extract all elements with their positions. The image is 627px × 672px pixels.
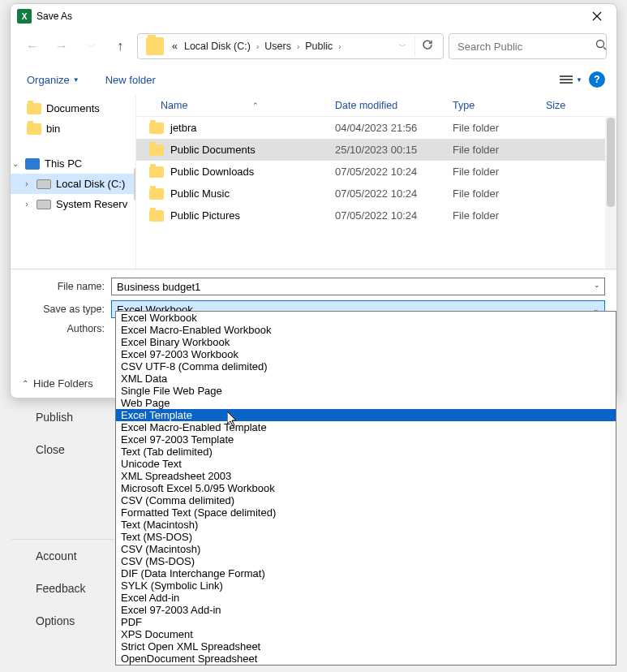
view-menu-button[interactable]: ▼ xyxy=(560,69,582,90)
file-row[interactable]: Public Documents25/10/2023 00:15File fol… xyxy=(136,139,616,161)
type-option[interactable]: Single File Web Page xyxy=(116,385,616,397)
up-button[interactable]: ↑ xyxy=(108,34,132,58)
breadcrumb-1[interactable]: Users xyxy=(261,39,294,54)
forward-button[interactable]: → xyxy=(49,34,74,58)
file-name: Public Downloads xyxy=(170,166,254,178)
nav-tree: Documents bin ⌄ This PC › Local Disk (C:… xyxy=(11,95,136,269)
tree-item-bin[interactable]: bin xyxy=(11,118,135,139)
search-box[interactable] xyxy=(449,33,607,59)
address-history-dropdown[interactable]: ﹀ xyxy=(394,41,411,52)
type-option[interactable]: Excel Add-in xyxy=(116,592,616,604)
authors-label: Authors: xyxy=(22,323,111,334)
hide-folders-button[interactable]: ⌃ Hide Folders xyxy=(22,377,93,390)
type-option[interactable]: Excel 97-2003 Workbook xyxy=(116,348,616,360)
file-type: File folder xyxy=(453,209,546,222)
col-header-name[interactable]: Name ⌃ xyxy=(136,100,335,111)
save-as-type-dropdown-list[interactable]: Excel WorkbookExcel Macro-Enabled Workbo… xyxy=(115,311,616,666)
close-button[interactable] xyxy=(581,5,613,28)
file-row[interactable]: Public Downloads07/05/2022 10:24File fol… xyxy=(136,161,616,183)
search-icon xyxy=(595,39,607,54)
tree-item-documents[interactable]: Documents xyxy=(11,98,135,118)
expander-icon[interactable]: ⌄ xyxy=(11,159,20,168)
file-date: 07/05/2022 10:24 xyxy=(335,187,453,200)
type-option[interactable]: Excel Macro-Enabled Template xyxy=(116,421,616,433)
type-option[interactable]: OpenDocument Spreadsheet xyxy=(116,653,616,665)
scrollbar-thumb[interactable] xyxy=(607,118,615,207)
type-option[interactable]: XML Data xyxy=(116,373,616,385)
type-option[interactable]: Microsoft Excel 5.0/95 Workbook xyxy=(116,482,616,494)
tree-item-this-pc[interactable]: ⌄ This PC xyxy=(11,153,135,174)
sort-indicator-icon: ⌃ xyxy=(252,101,259,110)
file-name: Public Pictures xyxy=(170,209,240,222)
refresh-button[interactable] xyxy=(414,36,440,57)
breadcrumb-0[interactable]: Local Disk (C:) xyxy=(181,39,254,54)
type-option[interactable]: CSV UTF-8 (Comma delimited) xyxy=(116,360,616,373)
drive-icon xyxy=(37,179,51,189)
svg-point-0 xyxy=(597,41,604,48)
tree-item-local-disk[interactable]: › Local Disk (C:) xyxy=(11,174,135,194)
chevron-right-icon[interactable]: › xyxy=(294,42,302,51)
help-button[interactable]: ? xyxy=(589,71,605,88)
breadcrumb-prefix: « xyxy=(169,39,181,54)
type-option[interactable]: Text (Tab delimited) xyxy=(116,446,616,458)
type-option[interactable]: Web Page xyxy=(116,397,616,409)
file-row[interactable]: jetbra04/04/2023 21:56File folder xyxy=(136,117,616,139)
type-option[interactable]: Text (Macintosh) xyxy=(116,519,616,531)
chevron-right-icon[interactable]: › xyxy=(336,42,343,51)
column-headers: Name ⌃ Date modified Type Size xyxy=(136,95,616,117)
folder-icon xyxy=(149,210,164,222)
address-bar[interactable]: « Local Disk (C:) › Users › Public › ﹀ xyxy=(137,33,444,59)
type-option[interactable]: Excel Binary Workbook xyxy=(116,336,616,348)
tree-item-system-reserved[interactable]: › System Reserv xyxy=(11,194,135,214)
chevron-down-icon[interactable]: ⌄ xyxy=(594,281,600,289)
new-folder-button[interactable]: New folder xyxy=(101,71,161,89)
type-option[interactable]: Excel 97-2003 Add-in xyxy=(116,604,616,616)
file-pane-scrollbar[interactable] xyxy=(605,116,616,269)
breadcrumb-2[interactable]: Public xyxy=(302,39,336,54)
recent-dropdown[interactable]: ﹀ xyxy=(79,34,103,58)
file-row[interactable]: Public Pictures07/05/2022 10:24File fold… xyxy=(136,205,616,226)
file-name-input[interactable] xyxy=(111,278,605,295)
file-type: File folder xyxy=(453,187,546,200)
type-option[interactable]: Excel Template xyxy=(116,409,616,421)
folder-icon xyxy=(149,123,164,134)
file-type: File folder xyxy=(453,122,546,134)
type-option[interactable]: XML Spreadsheet 2003 xyxy=(116,470,616,482)
col-header-date[interactable]: Date modified xyxy=(335,100,453,111)
file-name-label: File name: xyxy=(22,281,111,292)
type-option[interactable]: CSV (Macintosh) xyxy=(116,543,616,555)
type-option[interactable]: Unicode Text xyxy=(116,458,616,470)
organize-button[interactable]: Organize▼ xyxy=(22,71,84,89)
expander-icon[interactable]: › xyxy=(22,200,32,209)
pc-icon xyxy=(25,158,40,170)
type-option[interactable]: CSV (Comma delimited) xyxy=(116,494,616,506)
file-date: 04/04/2023 21:56 xyxy=(335,122,453,134)
search-input[interactable] xyxy=(456,40,595,54)
type-option[interactable]: Excel Workbook xyxy=(116,312,616,324)
type-option[interactable]: Strict Open XML Spreadsheet xyxy=(116,640,616,653)
expander-icon[interactable]: › xyxy=(22,179,32,188)
excel-icon: X xyxy=(17,9,32,24)
type-option[interactable]: DIF (Data Interchange Format) xyxy=(116,567,616,579)
type-option[interactable]: CSV (MS-DOS) xyxy=(116,555,616,567)
type-option[interactable]: XPS Document xyxy=(116,628,616,640)
file-name: Public Music xyxy=(170,187,230,200)
chevron-right-icon[interactable]: › xyxy=(254,42,261,51)
file-row[interactable]: Public Music07/05/2022 10:24File folder xyxy=(136,183,616,205)
file-type: File folder xyxy=(453,166,546,178)
col-header-size[interactable]: Size xyxy=(546,100,616,111)
type-option[interactable]: Excel 97-2003 Template xyxy=(116,433,616,446)
type-option[interactable]: Excel Macro-Enabled Workbook xyxy=(116,324,616,336)
file-list-pane: Name ⌃ Date modified Type Size jetbra04/… xyxy=(136,95,616,269)
type-option[interactable]: Formatted Text (Space delimited) xyxy=(116,506,616,519)
folder-icon xyxy=(149,188,164,200)
type-option[interactable]: Text (MS-DOS) xyxy=(116,531,616,543)
file-date: 25/10/2023 00:15 xyxy=(335,144,453,156)
type-option[interactable]: SYLK (Symbolic Link) xyxy=(116,579,616,592)
close-icon xyxy=(592,11,602,21)
chevron-down-icon: ▼ xyxy=(73,76,79,84)
back-button[interactable]: ← xyxy=(20,34,45,58)
folder-icon xyxy=(27,103,41,114)
type-option[interactable]: PDF xyxy=(116,616,616,628)
col-header-type[interactable]: Type xyxy=(453,100,546,111)
